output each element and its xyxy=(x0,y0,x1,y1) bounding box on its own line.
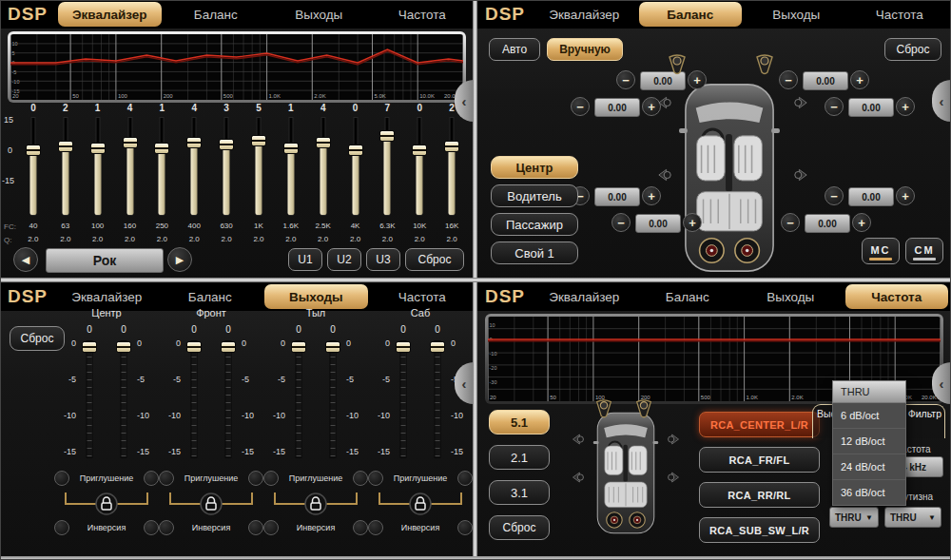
eq-slider-handle[interactable] xyxy=(379,130,395,142)
dropdown-selected-item[interactable]: THRU xyxy=(832,380,906,403)
preset-name-button[interactable]: Рок xyxy=(46,248,164,273)
rca-button-4[interactable]: RCA_SUB_SW_L/R xyxy=(699,517,820,543)
mode-button-2.1[interactable]: 2.1 xyxy=(489,445,550,470)
stepper-plus-button[interactable]: + xyxy=(850,70,869,89)
balance-preset-1[interactable]: Центр xyxy=(491,156,578,179)
eq-band-slider[interactable] xyxy=(340,116,372,217)
eq-slider-handle[interactable] xyxy=(58,141,73,152)
eq-band-slider[interactable] xyxy=(49,116,82,217)
stepper-minus-button[interactable]: − xyxy=(571,97,590,116)
preset-prev-button[interactable]: ◀ xyxy=(13,247,38,272)
eq-band-slider[interactable] xyxy=(114,116,146,217)
tab-1[interactable]: Эквалайзер xyxy=(533,0,636,29)
output-slider-handle[interactable] xyxy=(186,341,202,353)
mute-right-toggle[interactable] xyxy=(144,471,159,486)
stepper-minus-button[interactable]: − xyxy=(616,70,635,89)
invert-right-toggle[interactable] xyxy=(457,520,473,535)
output-slider[interactable] xyxy=(219,341,238,457)
output-slider[interactable] xyxy=(184,341,204,457)
balance-manual-button[interactable]: Вручную xyxy=(547,38,623,61)
tab-4[interactable]: Частота xyxy=(371,0,475,29)
balance-auto-button[interactable]: Авто xyxy=(489,38,540,61)
balance-preset-2[interactable]: Водитель xyxy=(491,184,578,207)
output-slider-handle[interactable] xyxy=(430,341,445,353)
output-slider-handle[interactable] xyxy=(396,341,411,353)
mute-left-toggle[interactable] xyxy=(159,471,174,486)
stepper-plus-button[interactable]: + xyxy=(896,186,915,205)
eq-slider-handle[interactable] xyxy=(251,135,266,146)
stepper-minus-button[interactable]: − xyxy=(611,213,631,232)
eq-slider-handle[interactable] xyxy=(219,139,234,150)
output-slider-handle[interactable] xyxy=(325,341,340,353)
tab-3[interactable]: Выходы xyxy=(267,0,371,29)
output-slider[interactable] xyxy=(428,341,447,457)
balance-preset-4[interactable]: Свой 1 xyxy=(491,241,578,264)
eq-slider-handle[interactable] xyxy=(90,143,106,154)
tab-4[interactable]: Частота xyxy=(848,0,951,29)
preset-next-button[interactable]: ▶ xyxy=(167,247,192,272)
eq-slider-handle[interactable] xyxy=(186,137,202,148)
stepper-minus-button[interactable]: − xyxy=(779,70,798,89)
eq-band-slider[interactable] xyxy=(210,116,243,217)
eq-band-slider[interactable] xyxy=(82,116,114,217)
dropdown-option-3[interactable]: 24 dB/oct xyxy=(833,454,905,480)
user-preset-button-u1[interactable]: U1 xyxy=(288,248,322,271)
units-cm-button[interactable]: CM xyxy=(905,238,943,264)
eq-band-slider[interactable] xyxy=(403,116,436,217)
invert-left-toggle[interactable] xyxy=(263,520,279,535)
balance-preset-3[interactable]: Пассажир xyxy=(491,213,578,236)
eq-slider-handle[interactable] xyxy=(123,137,138,148)
eq-slider-handle[interactable] xyxy=(444,141,459,152)
stepper-minus-button[interactable]: − xyxy=(781,213,800,232)
output-slider[interactable] xyxy=(394,341,413,457)
drawer-handle[interactable]: ‹ xyxy=(932,80,951,122)
eq-slider-handle[interactable] xyxy=(412,145,427,156)
tab-3[interactable]: Выходы xyxy=(264,284,368,309)
stepper-plus-button[interactable]: + xyxy=(642,186,661,205)
balance-reset-button[interactable]: Сброс xyxy=(884,38,941,61)
link-channels-toggle[interactable] xyxy=(368,490,473,518)
invert-left-toggle[interactable] xyxy=(54,520,69,535)
dropdown-option-1[interactable]: 6 dB/oct xyxy=(833,403,905,429)
mode-button-5.1[interactable]: 5.1 xyxy=(489,410,550,434)
rca-button-2[interactable]: RCA_FR/FL xyxy=(699,447,820,473)
tab-2[interactable]: Баланс xyxy=(639,2,743,27)
eq-band-slider[interactable] xyxy=(371,116,403,217)
output-slider[interactable] xyxy=(289,341,308,457)
output-slider-handle[interactable] xyxy=(221,341,236,353)
eq-band-slider[interactable] xyxy=(436,116,468,217)
frequency-reset-button[interactable]: Сброс xyxy=(489,515,550,540)
invert-right-toggle[interactable] xyxy=(248,520,263,535)
mute-left-toggle[interactable] xyxy=(368,471,383,486)
output-slider[interactable] xyxy=(80,341,99,457)
tab-2[interactable]: Баланс xyxy=(636,282,740,311)
eq-band-slider[interactable] xyxy=(275,116,307,217)
output-slider[interactable] xyxy=(323,341,342,457)
hp-slope-select[interactable]: THRU▼ xyxy=(829,507,879,528)
eq-band-slider[interactable] xyxy=(307,116,340,217)
output-slider[interactable] xyxy=(114,341,133,457)
mute-left-toggle[interactable] xyxy=(263,471,279,486)
eq-band-slider[interactable] xyxy=(146,116,178,217)
link-channels-toggle[interactable] xyxy=(54,490,159,518)
stepper-plus-button[interactable]: + xyxy=(852,213,871,232)
mode-button-3.1[interactable]: 3.1 xyxy=(489,480,550,505)
eq-slider-handle[interactable] xyxy=(26,145,41,156)
tab-2[interactable]: Баланс xyxy=(165,0,268,29)
mute-right-toggle[interactable] xyxy=(353,471,368,486)
invert-right-toggle[interactable] xyxy=(353,520,368,535)
stepper-plus-button[interactable]: + xyxy=(683,213,702,232)
mute-left-toggle[interactable] xyxy=(54,471,69,486)
mute-right-toggle[interactable] xyxy=(457,471,473,486)
invert-right-toggle[interactable] xyxy=(144,520,159,535)
tab-3[interactable]: Выходы xyxy=(739,282,843,311)
eq-slider-handle[interactable] xyxy=(283,143,299,154)
tab-1[interactable]: Эквалайзер xyxy=(58,2,162,27)
eq-band-slider[interactable] xyxy=(178,116,210,217)
rca-button-3[interactable]: RCA_RR/RL xyxy=(699,482,820,508)
user-preset-button-u3[interactable]: U3 xyxy=(366,248,400,271)
stepper-plus-button[interactable]: + xyxy=(896,97,915,116)
output-slider-handle[interactable] xyxy=(116,341,131,353)
eq-slider-handle[interactable] xyxy=(316,137,331,148)
invert-left-toggle[interactable] xyxy=(368,520,383,535)
